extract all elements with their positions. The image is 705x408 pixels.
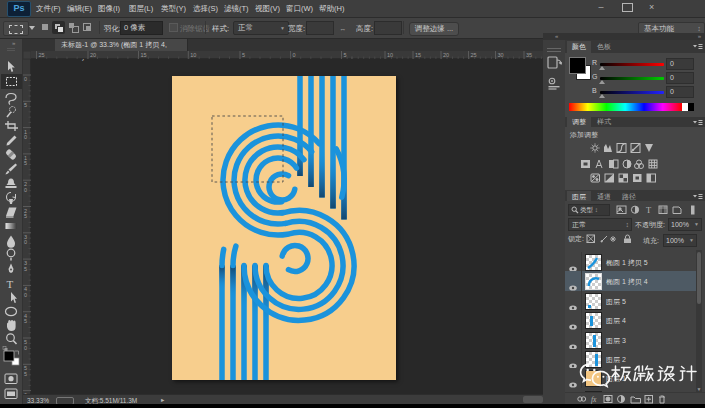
svg-text:5: 5 — [344, 52, 347, 58]
svg-text:20: 20 — [90, 52, 96, 58]
svg-text:0: 0 — [24, 345, 27, 351]
svg-text:fx: fx — [591, 395, 597, 404]
svg-text:15: 15 — [415, 52, 421, 58]
svg-text:5: 5 — [24, 318, 27, 324]
svg-text:5: 5 — [24, 371, 27, 377]
svg-text:15: 15 — [141, 52, 147, 58]
svg-text:0: 0 — [24, 134, 27, 140]
svg-text:0: 0 — [24, 187, 27, 193]
svg-text:20: 20 — [443, 52, 449, 58]
svg-text:5: 5 — [24, 102, 27, 108]
svg-text:5: 5 — [24, 213, 27, 219]
svg-text:25: 25 — [39, 52, 45, 58]
svg-text:0: 0 — [24, 239, 27, 245]
svg-text:0: 0 — [24, 76, 27, 82]
svg-text:0: 0 — [293, 52, 296, 58]
svg-text:0: 0 — [24, 292, 27, 298]
svg-text:10: 10 — [190, 52, 196, 58]
svg-text:T: T — [7, 278, 14, 290]
svg-text:5: 5 — [242, 52, 245, 58]
svg-text:25: 25 — [471, 52, 477, 58]
svg-text:»: » — [12, 40, 16, 46]
svg-text:10: 10 — [387, 52, 393, 58]
svg-text:5: 5 — [24, 160, 27, 166]
svg-text:35: 35 — [526, 52, 532, 58]
svg-text:T: T — [646, 205, 652, 215]
svg-text:5: 5 — [24, 266, 27, 272]
